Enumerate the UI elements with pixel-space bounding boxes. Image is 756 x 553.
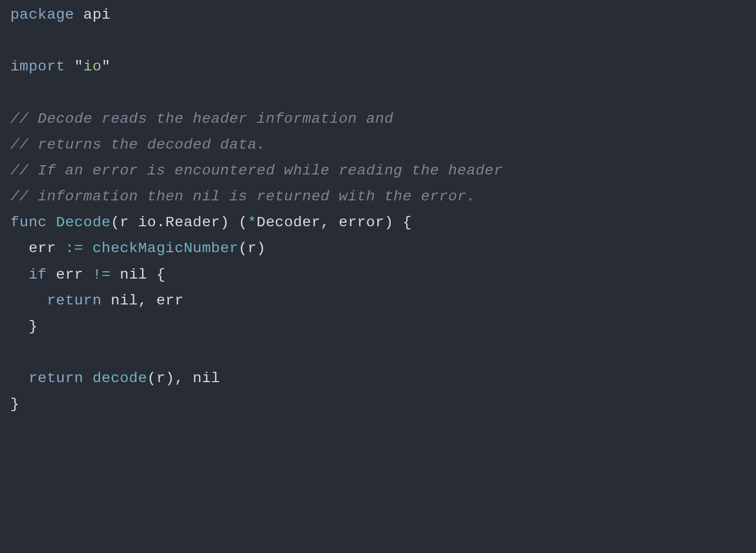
comment-line: // returns the decoded data. — [10, 136, 266, 153]
paren: ( — [230, 214, 248, 231]
variable: err — [28, 240, 56, 257]
paren: ) — [256, 240, 266, 257]
return-type: error — [339, 214, 384, 231]
brace: { — [147, 266, 165, 283]
return-type: Decoder — [256, 214, 320, 231]
keyword-return: return — [28, 370, 83, 387]
function-name: Decode — [56, 214, 111, 231]
keyword-import: import — [10, 58, 65, 75]
keyword-package: package — [10, 6, 74, 23]
indent — [10, 370, 28, 387]
keyword-if: if — [28, 266, 47, 283]
indent — [10, 266, 28, 283]
import-path: io — [83, 58, 102, 75]
comment-line: // Decode reads the header information a… — [10, 110, 393, 127]
keyword-return: return — [47, 292, 102, 309]
argument: r — [248, 240, 257, 257]
package-name: api — [83, 6, 111, 23]
param-name: r — [120, 214, 129, 231]
function-call: checkMagicNumber — [92, 240, 238, 257]
operator-neq: != — [92, 266, 110, 283]
operator-star: * — [248, 214, 257, 231]
string-quote: " — [102, 58, 111, 75]
paren: ( — [238, 240, 248, 257]
comment-line: // information then nil is returned with… — [10, 188, 476, 205]
nil-literal: nil — [111, 266, 147, 283]
paren: ) — [220, 214, 230, 231]
paren: ) — [384, 214, 394, 231]
brace: { — [393, 214, 411, 231]
indent — [10, 318, 28, 335]
string-quote: " — [74, 58, 83, 75]
space — [83, 370, 93, 387]
brace: } — [10, 396, 20, 413]
argument: r — [156, 370, 166, 387]
operator-assign: := — [56, 240, 92, 257]
function-call: decode — [92, 370, 147, 387]
paren: ( — [111, 214, 120, 231]
brace: } — [28, 318, 38, 335]
keyword-func: func — [10, 214, 47, 231]
variable: err — [147, 292, 183, 309]
nil-literal: nil — [184, 370, 220, 387]
comma: , — [138, 292, 147, 309]
comment-line: // If an error is encountered while read… — [10, 162, 503, 179]
param-type: io.Reader — [138, 214, 220, 231]
nil-literal: nil — [102, 292, 138, 309]
indent — [10, 240, 28, 257]
comma: , — [321, 214, 330, 231]
paren: ( — [147, 370, 156, 387]
indent — [10, 292, 47, 309]
comma: , — [175, 370, 184, 387]
paren: ) — [165, 370, 175, 387]
code-block: package api import "io" // Decode reads … — [10, 2, 746, 418]
variable: err — [47, 266, 92, 283]
